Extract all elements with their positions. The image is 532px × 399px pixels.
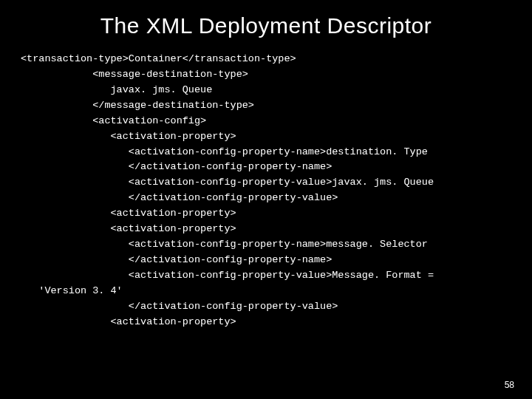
xml-code-block: <transaction-type>Container</transaction… xyxy=(21,52,511,330)
slide-title: The XML Deployment Descriptor xyxy=(21,13,511,38)
page-number: 58 xyxy=(505,380,514,390)
slide: The XML Deployment Descriptor <transacti… xyxy=(0,0,532,399)
